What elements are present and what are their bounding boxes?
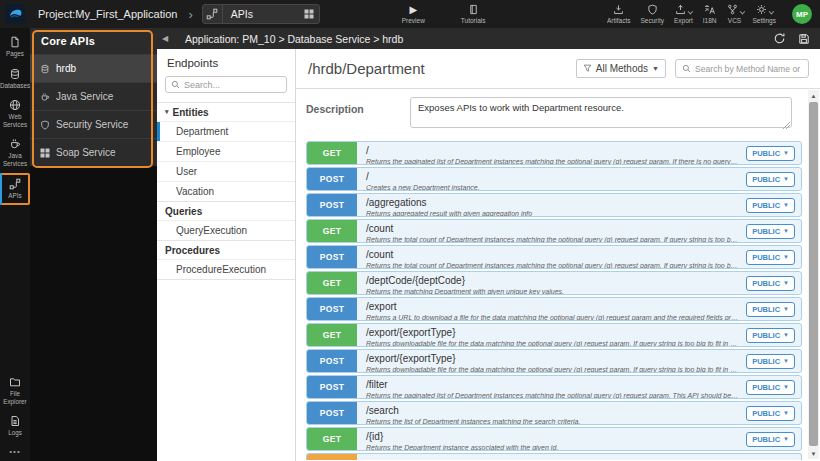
access-dropdown[interactable]: PUBLIC▼	[746, 250, 795, 265]
sidebar-item-logs[interactable]: Logs	[0, 411, 30, 441]
more-options-icon[interactable]: •••	[9, 447, 20, 456]
api-endpoint-list: GET /Returns the paginated list of Depar…	[306, 141, 802, 460]
app-logo-icon[interactable]	[5, 4, 25, 24]
description-textarea[interactable]: Exposes APIs to work with Department res…	[410, 97, 792, 128]
api-row[interactable]: GET /deptCode/{deptCode}Returns the matc…	[306, 271, 802, 295]
collapse-triangle-icon: ▾	[165, 108, 169, 116]
sidebar-item-pages[interactable]: Pages	[0, 32, 30, 62]
method-badge: POST	[307, 246, 357, 268]
api-row[interactable]: POST /aggregationsReturns aggregated res…	[306, 193, 802, 217]
method-badge: GET	[307, 428, 357, 450]
access-dropdown[interactable]: PUBLIC▼	[746, 302, 795, 317]
api-row[interactable]: POST /countReturns the total count of De…	[306, 245, 802, 269]
i18n-button[interactable]: I18N	[703, 4, 717, 24]
export-button[interactable]: Export	[674, 4, 693, 24]
scroll-down-icon[interactable]: ▼	[808, 448, 819, 459]
section-header-procedures[interactable]: Procedures	[157, 240, 295, 259]
sidebar-item-java-services[interactable]: Java Services	[0, 134, 30, 171]
description-label: Description	[306, 97, 410, 132]
access-dropdown[interactable]: PUBLIC▼	[746, 354, 795, 369]
vcs-button[interactable]: VCS	[727, 4, 743, 24]
resize-grip-icon[interactable]	[783, 122, 790, 129]
scrollbar-thumb[interactable]	[809, 102, 818, 446]
artifacts-button[interactable]: Artifacts	[607, 4, 630, 24]
access-dropdown[interactable]: PUBLIC▼	[746, 198, 795, 213]
save-icon[interactable]	[798, 33, 810, 45]
refresh-icon[interactable]	[773, 32, 786, 45]
endpoints-panel: Endpoints ▾ Entities Department Employee…	[157, 49, 296, 461]
access-dropdown[interactable]: PUBLIC▼	[746, 328, 795, 343]
endpoints-search-input[interactable]	[184, 80, 281, 90]
endpoint-path: /count	[366, 249, 393, 260]
method-search[interactable]	[675, 59, 809, 78]
section-header-entities[interactable]: ▾ Entities	[157, 102, 295, 121]
globe-icon	[9, 99, 21, 111]
methods-filter-dropdown[interactable]: All Methods ▼	[576, 59, 666, 78]
caret-down-icon: ▼	[783, 436, 789, 442]
tutorials-label: Tutorials	[461, 17, 486, 24]
endpoint-item-department[interactable]: Department	[157, 121, 295, 141]
section-header-queries[interactable]: Queries	[157, 201, 295, 220]
api-row[interactable]: POST /filterReturns the paginated list o…	[306, 375, 802, 399]
scroll-up-icon[interactable]: ▲	[808, 90, 819, 101]
access-dropdown[interactable]: PUBLIC▼	[746, 380, 795, 395]
document-icon	[9, 415, 21, 427]
method-badge	[307, 454, 357, 460]
play-icon: ▶	[409, 5, 417, 15]
search-icon	[171, 80, 180, 89]
endpoint-item-user[interactable]: User	[157, 161, 295, 181]
access-dropdown[interactable]: PUBLIC▼	[746, 172, 795, 187]
core-api-item-label: Soap Service	[56, 147, 115, 158]
application-bar: ◀ Application: PM_10 > Database Service …	[157, 28, 820, 49]
endpoint-description: Returns the paginated list of Department…	[366, 158, 738, 165]
endpoint-path: /aggregations	[366, 197, 427, 208]
endpoint-item-queryexecution[interactable]: QueryExecution	[157, 220, 295, 240]
endpoint-path: /search	[366, 405, 399, 416]
database-icon	[40, 64, 50, 74]
workspace-selector[interactable]: APIs	[202, 4, 320, 24]
api-row[interactable]: GET /export/{exportType}Returns download…	[306, 323, 802, 347]
api-row[interactable]: POST /Creates a new Department instance.…	[306, 167, 802, 191]
grid-menu-icon[interactable]	[299, 9, 319, 19]
api-row-partial[interactable]	[306, 453, 802, 460]
core-apis-panel: Core APIs hrdb Java Service Security Ser…	[30, 28, 157, 461]
api-row[interactable]: POST /searchReturns the list of Departme…	[306, 401, 802, 425]
core-api-item-hrdb[interactable]: hrdb	[30, 54, 157, 82]
api-row[interactable]: GET /countReturns the total count of Dep…	[306, 219, 802, 243]
tutorials-button[interactable]: Tutorials	[461, 4, 486, 24]
api-row[interactable]: GET /{id}Returns the Department instance…	[306, 427, 802, 451]
access-dropdown[interactable]: PUBLIC▼	[746, 146, 795, 161]
settings-button[interactable]: Settings	[753, 4, 777, 24]
method-badge: POST	[307, 168, 357, 190]
endpoint-item-vacation[interactable]: Vacation	[157, 181, 295, 201]
sidebar-item-file-explorer[interactable]: File Explorer	[0, 372, 30, 409]
access-dropdown[interactable]: PUBLIC▼	[746, 224, 795, 239]
endpoints-search[interactable]	[165, 76, 287, 93]
user-avatar[interactable]: MP	[792, 4, 812, 24]
access-dropdown[interactable]: PUBLIC▼	[746, 432, 795, 447]
caret-down-icon: ▼	[783, 228, 789, 234]
preview-button[interactable]: ▶ Preview	[402, 5, 425, 24]
sidebar-item-apis[interactable]: APIs	[0, 173, 30, 205]
api-row[interactable]: GET /Returns the paginated list of Depar…	[306, 141, 802, 165]
database-icon	[9, 68, 21, 80]
core-api-item-java-service[interactable]: Java Service	[30, 82, 157, 110]
endpoint-description: Returns the total count of Department in…	[366, 236, 738, 243]
security-button[interactable]: Security	[640, 4, 663, 24]
endpoint-description: Returns downloadable file for the data m…	[366, 366, 738, 373]
sidebar-item-databases[interactable]: Databases	[0, 64, 30, 94]
endpoint-item-employee[interactable]: Employee	[157, 141, 295, 161]
access-dropdown[interactable]: PUBLIC▼	[746, 406, 795, 421]
api-row[interactable]: POST /exportReturns a URL to download a …	[306, 297, 802, 321]
sidebar-item-web-services[interactable]: Web Services	[0, 95, 30, 132]
api-row[interactable]: POST /export/{exportType}Returns downloa…	[306, 349, 802, 373]
access-dropdown[interactable]: PUBLIC▼	[746, 276, 795, 291]
collapse-panel-icon[interactable]: ◀	[157, 34, 173, 43]
chevron-down-icon	[769, 9, 775, 15]
endpoint-item-procedureexecution[interactable]: ProcedureExecution	[157, 259, 295, 279]
core-api-item-soap-service[interactable]: Soap Service	[30, 138, 157, 166]
method-search-input[interactable]	[695, 64, 802, 74]
core-api-item-security-service[interactable]: Security Service	[30, 110, 157, 138]
branch-icon	[727, 4, 738, 15]
vertical-scrollbar[interactable]: ▲ ▼	[808, 90, 819, 459]
